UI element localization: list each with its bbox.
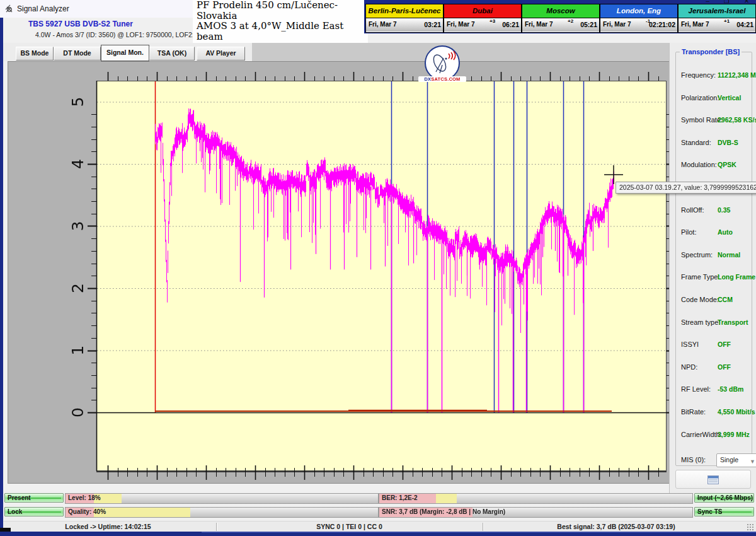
clock-widget[interactable]: London, EngFri, Mar 7-102:21:02 bbox=[600, 4, 678, 33]
transponder-label-issyi: ISSYI bbox=[681, 341, 699, 348]
transponder-value-carrierwidth: 3,999 MHz bbox=[718, 431, 750, 438]
meter-text: BER: 1,2E-2 bbox=[382, 494, 418, 503]
transponder-value-spectrum: Normal bbox=[718, 251, 740, 259]
clock-utc-offset: +1 bbox=[724, 18, 730, 24]
indicator-label: Present bbox=[8, 494, 31, 501]
transponder-label-rolloff: RollOff: bbox=[681, 206, 704, 214]
transponder-value-rolloff: 0.35 bbox=[718, 206, 730, 214]
list-icon bbox=[707, 475, 719, 484]
tab-tsa-ok-[interactable]: TSA (OK) bbox=[149, 47, 195, 61]
clock-widget[interactable]: DubaiFri, Mar 7+306:21 bbox=[444, 4, 522, 33]
window-title: Signal Analyzer bbox=[17, 4, 69, 13]
transponder-label-carrierwidth: CarrierWidth: bbox=[681, 431, 722, 438]
clock-utc-offset: +2 bbox=[568, 18, 573, 24]
transponder-value-symbolrate: 2962,58 KS/s bbox=[718, 116, 756, 124]
transponder-value-polarization: Vertical bbox=[718, 94, 741, 102]
transponder-panel: Transponder [BS] Frequency:11212,348 MHz… bbox=[669, 43, 756, 493]
tab-dt-mode[interactable]: DT Mode bbox=[54, 47, 101, 61]
transponder-value-frequency: 11212,348 MHz bbox=[718, 71, 756, 79]
status-best-signal: Best signal: 3,7 dB (2025-03-07 03:19) bbox=[483, 521, 750, 532]
status-uptime: Locked -> Uptime: 14:02:15 bbox=[0, 521, 216, 532]
signal-monitor-chart[interactable] bbox=[8, 62, 670, 483]
clock-city-label: Berlin-Paris-Lučenec bbox=[366, 4, 443, 18]
chevron-down-icon: ▼ bbox=[750, 456, 755, 467]
transponder-label-spectrum: Spectrum: bbox=[681, 251, 713, 259]
transponder-value-frametype: Long Frame bbox=[718, 273, 755, 281]
tab-av-player[interactable]: AV Player bbox=[197, 47, 245, 61]
transponder-title: Transponder [BS] bbox=[680, 48, 742, 55]
resize-grip[interactable] bbox=[747, 524, 753, 530]
tuner-name: TBS 5927 USB DVB-S2 Tuner bbox=[28, 20, 133, 28]
transponder-value-streamtype: Transport bbox=[718, 318, 748, 326]
site-description: PF Prodelin 450 cm/Lučenec-SlovakiaAMOS … bbox=[193, 0, 368, 43]
indicator-syncts: Sync TS bbox=[694, 507, 754, 516]
meter-text: Level: 18% bbox=[68, 494, 101, 503]
indicator-input: Input (~2,66 Mbps) bbox=[694, 493, 754, 503]
transponder-label-polarization: Polarization: bbox=[681, 94, 719, 102]
transponder-value-standard: DVB-S bbox=[718, 139, 738, 146]
clock-time: 06:21 bbox=[502, 21, 519, 28]
transponder-label-streamtype: Stream type: bbox=[681, 318, 720, 326]
clock-date: Fri, Mar 7 bbox=[681, 21, 709, 28]
frame-bottom-segment bbox=[202, 532, 756, 533]
clock-time: 03:21 bbox=[424, 21, 441, 28]
transponder-label-rflevel: RF Level: bbox=[681, 385, 711, 393]
status-sync: SYNC 0 | TEI 0 | CC 0 bbox=[216, 521, 483, 532]
transponder-label-bitrate: BitRate: bbox=[681, 408, 706, 416]
clock-city-label: Jerusalem-Israel bbox=[679, 4, 755, 18]
minimize-button[interactable]: – bbox=[701, 0, 714, 6]
meter-ber: BER: 1,2E-2 bbox=[379, 493, 693, 504]
maximize-button[interactable]: ❐ bbox=[719, 0, 733, 6]
transponder-value-rflevel: -53 dBm bbox=[718, 385, 743, 393]
clock-time-row: Fri, Mar 7+306:21 bbox=[444, 18, 521, 32]
clock-widget[interactable]: Jerusalem-IsraelFri, Mar 7+104:21 bbox=[678, 4, 756, 33]
mis-label: MIS (0): bbox=[681, 456, 706, 463]
clock-time-row: Fri, Mar 7+205:21 bbox=[522, 18, 599, 32]
clock-time-row: Fri, Mar 7+104:21 bbox=[679, 18, 755, 32]
transponder-value-codemode: CCM bbox=[718, 296, 733, 303]
meter-text: Quality: 40% bbox=[68, 508, 106, 516]
indicator-label: Input (~2,66 Mbps) bbox=[697, 494, 753, 501]
meter-quality: Quality: 40% bbox=[65, 507, 379, 518]
clock-date: Fri, Mar 7 bbox=[447, 21, 474, 28]
chart-tooltip: 2025-03-07 03.19.27, value: 3,7999999523… bbox=[616, 182, 756, 194]
transponder-value-issyi: OFF bbox=[718, 341, 731, 348]
transponder-value-pilot: Auto bbox=[718, 228, 733, 236]
clock-date: Fri, Mar 7 bbox=[369, 21, 396, 28]
tab-strip-right bbox=[252, 43, 669, 61]
site-description-line-2: AMOS 3 at 4,0°W_Middle East beam bbox=[197, 21, 368, 42]
tab-signal-mon-[interactable]: Signal Mon. bbox=[101, 45, 149, 61]
stream-list-button[interactable] bbox=[675, 470, 751, 489]
transponder-groupbox: Transponder [BS] Frequency:11212,348 MHz… bbox=[675, 52, 752, 466]
clock-city-label: Dubai bbox=[444, 4, 521, 18]
clock-time-row: Fri, Mar 703:21 bbox=[366, 18, 443, 32]
clock-date: Fri, Mar 7 bbox=[525, 21, 553, 28]
clock-time-row: Fri, Mar 7-102:21:02 bbox=[600, 18, 677, 32]
frame-left-edge bbox=[0, 18, 3, 532]
clock-city-label: London, Eng bbox=[600, 4, 677, 18]
transponder-label-standard: Standard: bbox=[681, 139, 711, 146]
clock-time: 04:21 bbox=[736, 21, 753, 28]
meter-snr: SNR: 3,7 dB (Margin: -2,8 dB | No Margin… bbox=[379, 507, 693, 518]
signal-analyzer-window: Signal Analyzer TBS 5927 USB DVB-S2 Tune… bbox=[0, 0, 756, 536]
indicator-lock: Lock bbox=[4, 507, 64, 516]
close-button[interactable]: ✕ bbox=[740, 0, 753, 6]
clock-time: 05:21 bbox=[580, 21, 597, 28]
meter-text: SNR: 3,7 dB (Margin: -2,8 dB | No Margin… bbox=[382, 508, 505, 516]
indicator-label: Sync TS bbox=[697, 508, 722, 515]
tab-bs-mode[interactable]: BS Mode bbox=[16, 47, 54, 61]
transponder-label-pilot: Pilot: bbox=[681, 228, 696, 236]
meter-fill bbox=[94, 508, 190, 517]
clock-time: 02:21:02 bbox=[649, 21, 675, 28]
mis-select[interactable]: Single ▼ bbox=[716, 453, 756, 467]
meter-level: Level: 18% bbox=[65, 493, 379, 504]
mis-selected-value: Single bbox=[720, 456, 738, 463]
clock-widget[interactable]: Berlin-Paris-LučenecFri, Mar 703:21 bbox=[365, 4, 444, 33]
transponder-label-npd: NPD: bbox=[681, 363, 697, 371]
transponder-label-codemode: Code Mode: bbox=[681, 296, 719, 303]
clock-widget[interactable]: MoscowFri, Mar 7+205:21 bbox=[522, 4, 600, 33]
chart-region: BERSNRQualityLevel bbox=[8, 61, 670, 484]
indicator-label: Lock bbox=[8, 508, 22, 515]
clock-date: Fri, Mar 7 bbox=[603, 21, 631, 28]
app-icon bbox=[5, 4, 14, 14]
